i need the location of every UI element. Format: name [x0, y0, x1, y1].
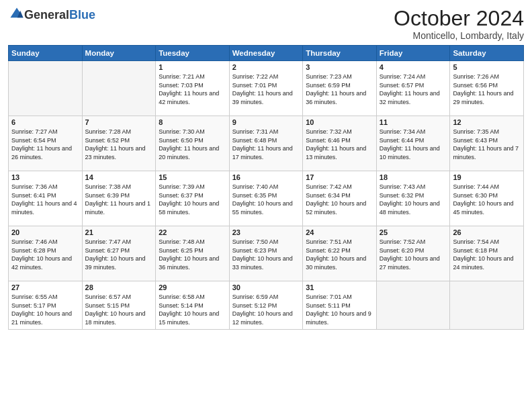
- calendar-cell: 29 Sunrise: 6:58 AMSunset: 5:14 PMDaylig…: [156, 281, 230, 329]
- day-number: 8: [159, 118, 226, 126]
- header-tuesday: Tuesday: [156, 46, 230, 61]
- calendar-cell: [9, 61, 83, 116]
- calendar-cell: 15 Sunrise: 7:39 AMSunset: 6:37 PMDaylig…: [156, 171, 230, 226]
- calendar-cell: [82, 61, 156, 116]
- day-info: Sunrise: 7:38 AMSunset: 6:39 PMDaylight:…: [85, 183, 153, 216]
- header-wednesday: Wednesday: [229, 46, 303, 61]
- calendar-cell: 26 Sunrise: 7:54 AMSunset: 6:18 PMDaylig…: [450, 226, 524, 281]
- day-info: Sunrise: 7:22 AMSunset: 7:01 PMDaylight:…: [232, 73, 300, 106]
- calendar-cell: 25 Sunrise: 7:52 AMSunset: 6:20 PMDaylig…: [376, 226, 450, 281]
- calendar-cell: 8 Sunrise: 7:30 AMSunset: 6:50 PMDayligh…: [156, 116, 230, 171]
- day-number: 11: [380, 118, 447, 126]
- day-info: Sunrise: 7:50 AMSunset: 6:23 PMDaylight:…: [232, 238, 300, 271]
- day-number: 12: [453, 118, 521, 126]
- day-info: Sunrise: 7:35 AMSunset: 6:43 PMDaylight:…: [453, 128, 521, 161]
- day-number: 23: [232, 228, 300, 236]
- day-info: Sunrise: 7:42 AMSunset: 6:34 PMDaylight:…: [306, 183, 373, 216]
- day-info: Sunrise: 7:31 AMSunset: 6:48 PMDaylight:…: [232, 128, 300, 161]
- day-number: 19: [453, 173, 521, 181]
- day-number: 13: [11, 173, 79, 181]
- day-info: Sunrise: 7:23 AMSunset: 6:59 PMDaylight:…: [306, 73, 373, 106]
- header-monday: Monday: [82, 46, 156, 61]
- calendar-table: Sunday Monday Tuesday Wednesday Thursday…: [8, 45, 524, 329]
- logo: GeneralBlue: [8, 7, 95, 24]
- day-info: Sunrise: 7:24 AMSunset: 6:57 PMDaylight:…: [380, 73, 447, 106]
- day-info: Sunrise: 7:52 AMSunset: 6:20 PMDaylight:…: [380, 238, 447, 271]
- day-info: Sunrise: 6:58 AMSunset: 5:14 PMDaylight:…: [159, 293, 226, 326]
- day-info: Sunrise: 7:46 AMSunset: 6:28 PMDaylight:…: [11, 238, 79, 271]
- day-info: Sunrise: 7:47 AMSunset: 6:27 PMDaylight:…: [85, 238, 153, 271]
- calendar-cell: 27 Sunrise: 6:55 AMSunset: 5:17 PMDaylig…: [9, 281, 83, 329]
- calendar-cell: 12 Sunrise: 7:35 AMSunset: 6:43 PMDaylig…: [450, 116, 524, 171]
- day-info: Sunrise: 7:51 AMSunset: 6:22 PMDaylight:…: [306, 238, 373, 271]
- calendar-cell: 1 Sunrise: 7:21 AMSunset: 7:03 PMDayligh…: [156, 61, 230, 116]
- page-container: GeneralBlue October 2024 Monticello, Lom…: [0, 0, 532, 335]
- day-info: Sunrise: 7:44 AMSunset: 6:30 PMDaylight:…: [453, 183, 521, 216]
- calendar-cell: 31 Sunrise: 7:01 AMSunset: 5:11 PMDaylig…: [303, 281, 377, 329]
- calendar-cell: 7 Sunrise: 7:28 AMSunset: 6:52 PMDayligh…: [82, 116, 156, 171]
- calendar-cell: 17 Sunrise: 7:42 AMSunset: 6:34 PMDaylig…: [303, 171, 377, 226]
- month-title: October 2024: [394, 7, 524, 30]
- day-number: 14: [85, 173, 153, 181]
- calendar-cell: [376, 281, 450, 329]
- day-number: 17: [306, 173, 373, 181]
- calendar-cell: 14 Sunrise: 7:38 AMSunset: 6:39 PMDaylig…: [82, 171, 156, 226]
- day-info: Sunrise: 7:48 AMSunset: 6:25 PMDaylight:…: [159, 238, 226, 271]
- day-number: 25: [380, 228, 447, 236]
- day-number: 9: [232, 118, 300, 126]
- header-sunday: Sunday: [9, 46, 83, 61]
- location-title: Monticello, Lombardy, Italy: [394, 30, 524, 41]
- day-number: 6: [11, 118, 79, 126]
- day-info: Sunrise: 7:34 AMSunset: 6:44 PMDaylight:…: [380, 128, 447, 161]
- day-number: 4: [380, 63, 447, 71]
- day-number: 24: [306, 228, 373, 236]
- header-thursday: Thursday: [303, 46, 377, 61]
- day-number: 15: [159, 173, 226, 181]
- header-saturday: Saturday: [450, 46, 524, 61]
- day-info: Sunrise: 7:30 AMSunset: 6:50 PMDaylight:…: [159, 128, 226, 161]
- calendar-cell: 3 Sunrise: 7:23 AMSunset: 6:59 PMDayligh…: [303, 61, 377, 116]
- day-info: Sunrise: 7:40 AMSunset: 6:35 PMDaylight:…: [232, 183, 300, 216]
- calendar-cell: 13 Sunrise: 7:36 AMSunset: 6:41 PMDaylig…: [9, 171, 83, 226]
- header-friday: Friday: [376, 46, 450, 61]
- day-number: 27: [11, 283, 79, 291]
- day-info: Sunrise: 7:26 AMSunset: 6:56 PMDaylight:…: [453, 73, 521, 106]
- day-number: 1: [159, 63, 226, 71]
- calendar-cell: 5 Sunrise: 7:26 AMSunset: 6:56 PMDayligh…: [450, 61, 524, 116]
- day-number: 20: [11, 228, 79, 236]
- day-info: Sunrise: 7:39 AMSunset: 6:37 PMDaylight:…: [159, 183, 226, 216]
- calendar-cell: 16 Sunrise: 7:40 AMSunset: 6:35 PMDaylig…: [229, 171, 303, 226]
- calendar-cell: 11 Sunrise: 7:34 AMSunset: 6:44 PMDaylig…: [376, 116, 450, 171]
- calendar-cell: 30 Sunrise: 6:59 AMSunset: 5:12 PMDaylig…: [229, 281, 303, 329]
- calendar-cell: 20 Sunrise: 7:46 AMSunset: 6:28 PMDaylig…: [9, 226, 83, 281]
- day-info: Sunrise: 7:27 AMSunset: 6:54 PMDaylight:…: [11, 128, 79, 161]
- day-info: Sunrise: 7:01 AMSunset: 5:11 PMDaylight:…: [306, 293, 373, 326]
- logo-text: GeneralBlue: [24, 9, 95, 22]
- title-block: October 2024 Monticello, Lombardy, Italy: [394, 7, 524, 41]
- day-number: 7: [85, 118, 153, 126]
- calendar-cell: 4 Sunrise: 7:24 AMSunset: 6:57 PMDayligh…: [376, 61, 450, 116]
- calendar-cell: 23 Sunrise: 7:50 AMSunset: 6:23 PMDaylig…: [229, 226, 303, 281]
- day-number: 5: [453, 63, 521, 71]
- calendar-cell: 28 Sunrise: 6:57 AMSunset: 5:15 PMDaylig…: [82, 281, 156, 329]
- day-number: 10: [306, 118, 373, 126]
- day-info: Sunrise: 7:54 AMSunset: 6:18 PMDaylight:…: [453, 238, 521, 271]
- calendar-cell: [450, 281, 524, 329]
- day-number: 2: [232, 63, 300, 71]
- day-info: Sunrise: 6:59 AMSunset: 5:12 PMDaylight:…: [232, 293, 300, 326]
- calendar-cell: 2 Sunrise: 7:22 AMSunset: 7:01 PMDayligh…: [229, 61, 303, 116]
- logo-icon: [9, 7, 24, 21]
- calendar-cell: 24 Sunrise: 7:51 AMSunset: 6:22 PMDaylig…: [303, 226, 377, 281]
- day-number: 22: [159, 228, 226, 236]
- header-row: GeneralBlue October 2024 Monticello, Lom…: [8, 7, 524, 41]
- day-number: 3: [306, 63, 373, 71]
- day-number: 18: [380, 173, 447, 181]
- day-info: Sunrise: 6:57 AMSunset: 5:15 PMDaylight:…: [85, 293, 153, 326]
- day-number: 21: [85, 228, 153, 236]
- calendar-cell: 19 Sunrise: 7:44 AMSunset: 6:30 PMDaylig…: [450, 171, 524, 226]
- day-info: Sunrise: 7:32 AMSunset: 6:46 PMDaylight:…: [306, 128, 373, 161]
- day-info: Sunrise: 7:43 AMSunset: 6:32 PMDaylight:…: [380, 183, 447, 216]
- calendar-cell: 21 Sunrise: 7:47 AMSunset: 6:27 PMDaylig…: [82, 226, 156, 281]
- day-info: Sunrise: 7:36 AMSunset: 6:41 PMDaylight:…: [11, 183, 79, 216]
- day-info: Sunrise: 6:55 AMSunset: 5:17 PMDaylight:…: [11, 293, 79, 326]
